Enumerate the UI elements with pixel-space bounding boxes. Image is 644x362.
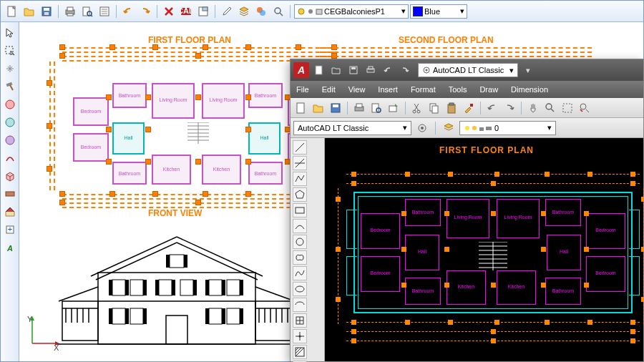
dimension-handle[interactable] <box>145 127 151 132</box>
revision-tool[interactable] <box>293 250 307 265</box>
dimension-handle[interactable] <box>336 247 341 252</box>
ellipse-tool[interactable] <box>293 282 307 296</box>
dimension-handle[interactable] <box>401 211 406 216</box>
dimension-handle[interactable] <box>545 172 550 177</box>
dimension-handle[interactable] <box>491 211 496 216</box>
dimension-handle[interactable] <box>351 320 356 325</box>
dimension-handle[interactable] <box>109 191 115 197</box>
dimension-handle[interactable] <box>109 44 115 50</box>
xline-tool[interactable] <box>293 156 307 170</box>
dimension-handle[interactable] <box>444 211 449 216</box>
dimension-handle[interactable] <box>106 159 112 165</box>
dimension-handle[interactable] <box>641 247 644 252</box>
dimension-handle[interactable] <box>491 283 496 288</box>
arc-tool[interactable] <box>293 219 307 233</box>
dimension-handle[interactable] <box>491 338 496 343</box>
dimension-handle[interactable] <box>245 159 251 165</box>
dimension-handle[interactable] <box>630 172 635 177</box>
dimension-handle[interactable] <box>584 247 589 252</box>
dimension-handle[interactable] <box>448 172 453 177</box>
menu-view[interactable]: View <box>348 85 366 94</box>
menu-file[interactable]: File <box>296 85 309 94</box>
dimension-handle[interactable] <box>195 159 201 165</box>
layout-button[interactable] <box>195 4 211 19</box>
rectangle-tool[interactable] <box>293 203 307 217</box>
dimension-handle[interactable] <box>296 44 301 50</box>
paste-button[interactable] <box>444 100 459 116</box>
dimension-handle[interactable] <box>491 329 496 334</box>
dimension-handle[interactable] <box>47 80 52 86</box>
open-file-button[interactable] <box>21 4 37 19</box>
copy-button[interactable] <box>426 100 442 116</box>
undo-button[interactable] <box>484 100 500 116</box>
layer-combo[interactable]: 0 ▾ <box>459 121 556 135</box>
arc-tool[interactable] <box>2 150 18 166</box>
dimension-handle[interactable] <box>47 123 52 129</box>
menu-edit[interactable]: Edit <box>322 85 336 94</box>
dimension-handle[interactable] <box>106 127 112 132</box>
block-tool[interactable] <box>2 168 18 184</box>
dimension-handle[interactable] <box>351 338 356 343</box>
delete-button[interactable] <box>161 4 177 19</box>
save-button[interactable] <box>328 100 343 116</box>
house-tool[interactable] <box>2 204 18 220</box>
dimension-handle[interactable] <box>245 44 251 50</box>
ellipse-arc-tool[interactable] <box>293 298 307 312</box>
dimension-handle[interactable] <box>630 320 635 325</box>
new-button[interactable] <box>312 63 326 77</box>
model-space[interactable]: FIRST FLOOR PLAN BedroomBathroomLiving R… <box>325 138 643 361</box>
dimension-handle[interactable] <box>195 94 201 100</box>
dimension-handle[interactable] <box>245 127 251 132</box>
line-tool[interactable] <box>293 140 307 155</box>
dimension-handle[interactable] <box>641 297 644 302</box>
zoom-previous-button[interactable] <box>577 100 592 116</box>
open-button[interactable] <box>311 100 326 116</box>
dimension-handle[interactable] <box>195 200 201 205</box>
dimension-handle[interactable] <box>444 247 449 252</box>
select-window-tool[interactable] <box>2 43 18 59</box>
pan-tool[interactable] <box>2 61 18 77</box>
print-preview-button[interactable] <box>79 4 95 19</box>
dimension-handle[interactable] <box>59 53 65 59</box>
new-file-button[interactable] <box>4 4 20 19</box>
dimension-handle[interactable] <box>59 44 65 50</box>
dimension-handle[interactable] <box>195 53 201 59</box>
dimension-handle[interactable] <box>203 44 208 50</box>
insert-tool[interactable]: + <box>2 222 18 238</box>
spline-tool[interactable] <box>293 266 307 280</box>
pointer-tool[interactable] <box>2 25 18 41</box>
zoom-button[interactable] <box>542 100 558 116</box>
dimension-handle[interactable] <box>541 283 546 288</box>
menu-dimension[interactable]: Dimension <box>511 85 548 94</box>
dimension-handle[interactable] <box>351 172 356 177</box>
menu-insert[interactable]: Insert <box>378 85 398 94</box>
dimension-handle[interactable] <box>584 211 589 216</box>
layer-selector[interactable]: CEGBalconiesP1 ▾ <box>294 4 409 19</box>
dimension-handle[interactable] <box>59 200 65 205</box>
dimension-handle[interactable] <box>351 181 356 186</box>
properties-button[interactable] <box>97 4 112 19</box>
circle-tool[interactable] <box>293 235 307 249</box>
layers-button[interactable] <box>236 4 252 19</box>
match-props-button[interactable] <box>461 100 477 116</box>
plot-preview-button[interactable] <box>369 100 384 116</box>
dimension-handle[interactable] <box>630 338 635 343</box>
dimension-handle[interactable] <box>203 191 208 197</box>
redo-button[interactable] <box>137 4 153 19</box>
dimension-handle[interactable] <box>491 181 496 186</box>
dimension-handle[interactable] <box>401 247 406 252</box>
open-button[interactable] <box>329 63 343 77</box>
menu-draw[interactable]: Draw <box>479 85 498 94</box>
dimension-handle[interactable] <box>587 172 592 177</box>
workspace-settings-button[interactable] <box>414 120 430 136</box>
workspace-combo[interactable]: AutoCAD LT Classic ▾ <box>293 121 411 135</box>
dimension-handle[interactable] <box>541 211 546 216</box>
dimension-handle[interactable] <box>444 283 449 288</box>
print-button[interactable] <box>364 63 378 77</box>
redo-button[interactable] <box>398 63 412 77</box>
dimension-handle[interactable] <box>47 166 52 172</box>
dimension-handle[interactable] <box>630 181 635 186</box>
polygon-tool[interactable] <box>293 187 307 202</box>
dimension-handle[interactable] <box>494 172 499 177</box>
save-button[interactable] <box>39 4 54 19</box>
